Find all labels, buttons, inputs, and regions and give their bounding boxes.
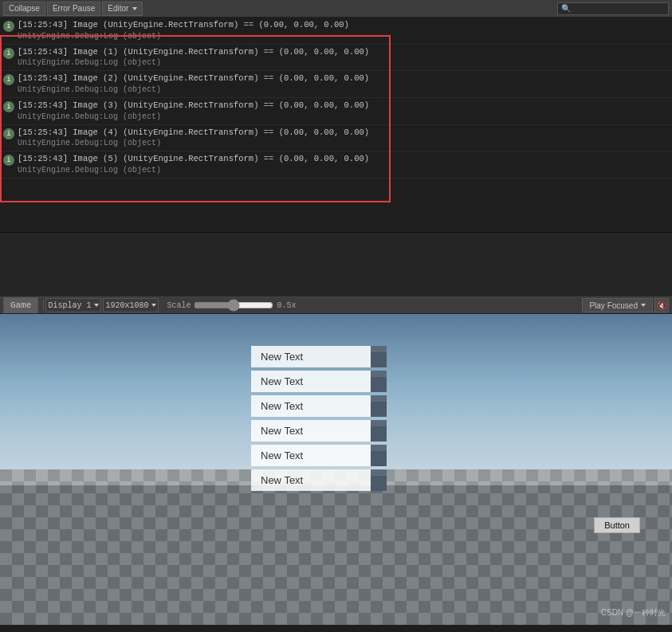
log-line1: [15:25:43] Image (4) (UnityEngine.RectTr… xyxy=(18,127,669,139)
ui-item-text: New Text xyxy=(251,346,371,367)
log-line1: [15:25:43] Image (5) (UnityEngine.RectTr… xyxy=(18,153,669,165)
ui-item-text: New Text xyxy=(251,395,371,417)
log-text: [15:25:43] Image (UnityEngine.RectTransf… xyxy=(18,19,669,42)
log-line1: [15:25:43] Image (1) (UnityEngine.RectTr… xyxy=(18,46,669,58)
log-icon: i xyxy=(3,74,14,85)
ui-item: New Text xyxy=(251,469,538,491)
ui-item-bar-inner xyxy=(371,402,387,417)
ui-item: New Text xyxy=(251,371,538,392)
log-icon: i xyxy=(3,101,14,112)
log-text: [15:25:43] Image (3) (UnityEngine.RectTr… xyxy=(18,100,669,123)
log-entry[interactable]: i [15:25:43] Image (UnityEngine.RectTran… xyxy=(0,18,672,45)
ui-item-bar xyxy=(371,420,387,442)
mute-icon: 🔇 xyxy=(657,301,666,310)
log-entry[interactable]: i [15:25:43] Image (2) (UnityEngine.Rect… xyxy=(0,71,672,98)
log-entry[interactable]: i [15:25:43] Image (3) (UnityEngine.Rect… xyxy=(0,98,672,125)
search-input[interactable] xyxy=(557,2,669,15)
ui-item-bar xyxy=(371,445,387,466)
error-pause-label: Error Pause xyxy=(53,4,95,13)
log-line2: UnityEngine.Debug:Log (object) xyxy=(18,84,669,96)
log-line1: [15:25:43] Image (3) (UnityEngine.RectTr… xyxy=(18,100,669,112)
log-line2: UnityEngine.Debug:Log (object) xyxy=(18,138,669,149)
ui-item-bar xyxy=(371,346,387,367)
resolution-label: 1920x1080 xyxy=(105,301,148,310)
ui-item: New Text xyxy=(251,445,538,466)
game-tab[interactable]: Game xyxy=(3,297,38,313)
ui-item-bar xyxy=(371,371,387,392)
game-toolbar: Game Display 1 1920x1080 Scale 0.5x Play… xyxy=(0,296,672,314)
game-ui-button[interactable]: Button xyxy=(594,517,640,533)
game-button-label: Button xyxy=(604,520,630,530)
log-entry[interactable]: i [15:25:43] Image (4) (UnityEngine.Rect… xyxy=(0,125,672,152)
ui-item-text: New Text xyxy=(251,445,371,466)
ui-panel: New Text New Text New Text New Text New … xyxy=(251,346,538,494)
resolution-chevron-icon xyxy=(151,304,156,307)
log-line2: UnityEngine.Debug:Log (object) xyxy=(18,112,669,123)
ui-item-bar xyxy=(371,395,387,417)
ui-item-text: New Text xyxy=(251,371,371,392)
console-wrapper: i [15:25:43] Image (UnityEngine.RectTran… xyxy=(0,18,672,233)
scale-value: 0.5x xyxy=(277,301,296,310)
ui-item: New Text xyxy=(251,395,538,417)
ui-item-bar xyxy=(371,469,387,491)
error-pause-button[interactable]: Error Pause xyxy=(47,2,100,16)
watermark: CSDN @一种时光 xyxy=(601,607,666,618)
log-line2: UnityEngine.Debug:Log (object) xyxy=(18,57,669,69)
editor-label: Editor xyxy=(108,4,128,13)
display-label: Display 1 xyxy=(48,301,91,310)
editor-chevron-icon xyxy=(132,7,137,10)
play-focused-label: Play Focused xyxy=(589,301,638,310)
ui-item-bar-inner xyxy=(371,451,387,466)
log-icon: i xyxy=(3,48,14,59)
log-text: [15:25:43] Image (4) (UnityEngine.RectTr… xyxy=(18,127,669,150)
log-line1: [15:25:43] Image (UnityEngine.RectTransf… xyxy=(18,19,669,31)
log-entry[interactable]: i [15:25:43] Image (1) (UnityEngine.Rect… xyxy=(0,45,672,72)
ui-item-text: New Text xyxy=(251,469,371,491)
empty-area xyxy=(0,233,672,296)
editor-button[interactable]: Editor xyxy=(102,2,143,16)
log-text: [15:25:43] Image (1) (UnityEngine.RectTr… xyxy=(18,46,669,69)
play-focused-button[interactable]: Play Focused xyxy=(582,298,653,312)
log-line2: UnityEngine.Debug:Log (object) xyxy=(18,31,669,42)
log-entry[interactable]: i [15:25:43] Image (5) (UnityEngine.Rect… xyxy=(0,151,672,179)
ui-item: New Text xyxy=(251,420,538,442)
log-line1: [15:25:43] Image (2) (UnityEngine.RectTr… xyxy=(18,73,669,84)
scale-container: Scale 0.5x xyxy=(167,300,296,310)
ui-item-text: New Text xyxy=(251,420,371,442)
ui-item-bar-inner xyxy=(371,426,387,442)
ui-item: New Text xyxy=(251,346,538,367)
ui-item-bar-inner xyxy=(371,352,387,367)
scale-slider[interactable] xyxy=(194,300,273,310)
log-text: [15:25:43] Image (2) (UnityEngine.RectTr… xyxy=(18,73,669,96)
mute-button[interactable]: 🔇 xyxy=(654,298,669,312)
log-icon: i xyxy=(3,128,14,139)
game-viewport: New Text New Text New Text New Text New … xyxy=(0,314,672,625)
scale-label: Scale xyxy=(167,301,191,310)
game-tab-label: Game xyxy=(10,300,31,310)
console-area[interactable]: i [15:25:43] Image (UnityEngine.RectTran… xyxy=(0,18,672,233)
ui-item-bar-inner xyxy=(371,377,387,392)
resolution-dropdown[interactable]: 1920x1080 xyxy=(103,298,159,312)
log-text: [15:25:43] Image (5) (UnityEngine.RectTr… xyxy=(18,153,669,176)
collapse-button[interactable]: Collapse xyxy=(3,2,45,16)
ui-item-bar-inner xyxy=(371,476,387,491)
top-toolbar: Collapse Error Pause Editor xyxy=(0,0,672,18)
collapse-label: Collapse xyxy=(9,4,40,13)
log-icon: i xyxy=(3,21,14,32)
watermark-text: CSDN @一种时光 xyxy=(601,608,666,617)
log-icon: i xyxy=(3,155,14,166)
log-line2: UnityEngine.Debug:Log (object) xyxy=(18,165,669,176)
display-dropdown[interactable]: Display 1 xyxy=(45,298,101,312)
display-chevron-icon xyxy=(94,304,99,307)
play-focused-chevron-icon xyxy=(641,304,646,307)
